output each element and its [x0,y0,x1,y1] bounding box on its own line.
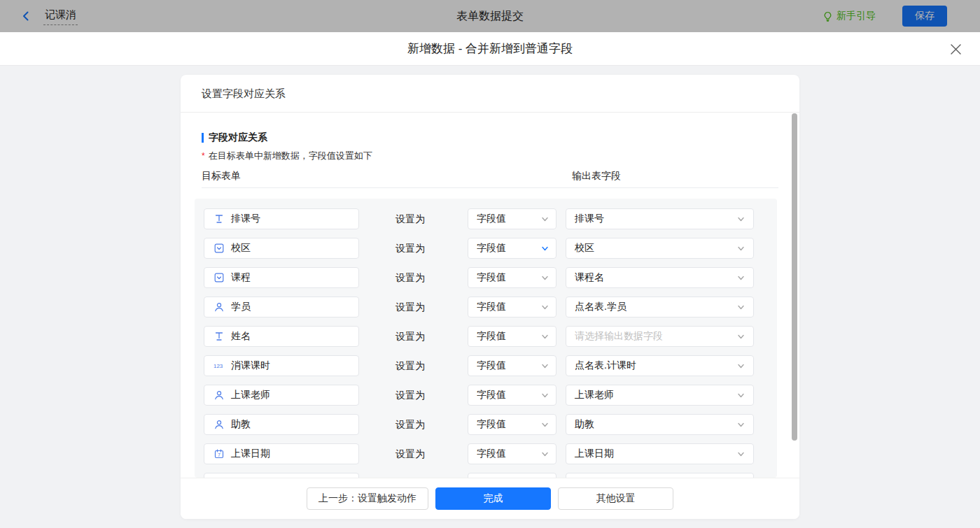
value-mode-select[interactable]: 字段值 [468,297,556,317]
output-field-select[interactable]: 点名表.计课时 [566,355,754,376]
select-field-icon [214,243,224,254]
person-field-icon [214,302,224,313]
mapping-row: 排课号设置为字段值排课号 [204,208,768,229]
mapping-row: 上课老师设置为字段值上课老师 [204,385,768,406]
value-mode-label: 字段值 [477,448,506,460]
person-field-icon [214,390,224,401]
done-button[interactable]: 完成 [435,487,551,510]
section-accent-bar [202,133,204,143]
output-field-label: 点名表.学员 [575,301,626,313]
output-field-select[interactable]: 请选择输出数据字段 [566,326,754,347]
value-mode-select[interactable]: 字段值 [468,267,556,288]
target-field-label: 姓名 [231,330,251,343]
output-field-label: 上课日期 [575,448,614,460]
target-field-label: 消课课时 [231,359,270,372]
target-field-box[interactable]: 课程 [204,267,359,288]
mapping-row: 助教设置为字段值助教 [204,414,768,435]
mapping-row: 123消课课时设置为字段值点名表.计课时 [204,355,768,376]
number-field-icon: 123 [214,361,224,371]
target-field-box[interactable] [204,473,359,478]
text-field-icon [214,331,224,342]
value-mode-select[interactable]: 字段值 [468,208,556,229]
value-mode-select[interactable]: 字段值 [468,414,556,435]
person-field-icon [214,420,224,430]
target-field-label: 排课号 [231,213,260,225]
output-field-label: 助教 [575,418,594,431]
modal-header: 新增数据 - 合并新增到普通字段 [0,32,980,66]
value-mode-label: 字段值 [477,213,506,225]
set-as-label: 设置为 [396,208,425,229]
output-field-select[interactable]: 助教 [566,414,754,435]
value-mode-label: 字段值 [477,301,506,313]
section-title: 字段对应关系 [202,131,267,144]
divider [202,187,778,188]
value-mode-select[interactable] [468,473,556,478]
set-as-label: 设置为 [396,267,425,288]
set-as-label: 设置为 [396,238,425,259]
value-mode-label: 字段值 [477,418,506,431]
scrollbar-thumb[interactable] [792,113,797,441]
target-field-label: 上课日期 [231,448,270,460]
target-field-box[interactable]: 校区 [204,238,359,259]
value-mode-select[interactable]: 字段值 [468,238,556,259]
target-field-box[interactable]: 123消课课时 [204,355,359,376]
mapping-panel: 设置字段对应关系 字段对应关系 *在目标表单中新增数据，字段值设置如下 目标表单… [181,75,799,519]
output-field-select[interactable]: 排课号 [566,208,754,229]
output-field-label: 校区 [575,242,594,255]
set-as-label: 设置为 [396,355,425,376]
output-field-label: 排课号 [575,213,604,225]
output-field-select[interactable]: 上课日期 [566,443,754,464]
output-field-select[interactable]: 点名表.学员 [566,297,754,317]
value-mode-label: 字段值 [477,271,506,284]
target-field-label: 校区 [231,242,251,255]
other-settings-button[interactable]: 其他设置 [558,487,673,510]
value-mode-label: 字段值 [477,242,506,255]
date-field-icon: 7 [214,449,224,459]
output-field-label: 点名表.计课时 [575,359,636,372]
target-field-label: 上课老师 [231,389,270,401]
mapping-row: 姓名设置为字段值请选择输出数据字段 [204,326,768,347]
mapping-row: 学员设置为字段值点名表.学员 [204,297,768,317]
topbar: 记课消 表单数据提交 新手引导 保存 [0,0,980,32]
output-field-select[interactable] [566,473,754,478]
output-field-select[interactable]: 课程名 [566,267,754,288]
section-note: *在目标表单中新增数据，字段值设置如下 [202,150,372,162]
target-field-box[interactable]: 7上课日期 [204,443,359,464]
modal-title: 新增数据 - 合并新增到普通字段 [0,32,980,66]
panel-title: 设置字段对应关系 [181,75,799,113]
value-mode-select[interactable]: 字段值 [468,326,556,347]
target-field-box[interactable]: 上课老师 [204,385,359,406]
mapping-row [204,473,768,478]
text-field-icon [214,214,224,224]
set-as-label: 设置为 [396,297,425,317]
target-field-box[interactable]: 姓名 [204,326,359,347]
select-field-icon [214,273,224,283]
output-field-label: 上课老师 [575,389,614,401]
value-mode-select[interactable]: 字段值 [468,385,556,406]
target-field-box[interactable]: 排课号 [204,208,359,229]
svg-text:7: 7 [218,452,220,457]
mapping-row: 7上课日期设置为字段值上课日期 [204,443,768,464]
target-field-label: 助教 [231,418,251,431]
panel-footer: 上一步：设置触发动作 完成 其他设置 [181,478,799,519]
field-mapping-list: 排课号设置为字段值排课号校区设置为字段值校区课程设置为字段值课程名学员设置为字段… [195,199,777,478]
prev-step-button[interactable]: 上一步：设置触发动作 [307,487,428,510]
column-header-output-fields: 输出表字段 [572,170,621,183]
target-field-box[interactable]: 学员 [204,297,359,317]
set-as-label: 设置为 [396,414,425,435]
value-mode-label: 字段值 [477,330,506,343]
target-field-box[interactable]: 助教 [204,414,359,435]
target-field-label: 课程 [231,271,251,284]
modal-body: 设置字段对应关系 字段对应关系 *在目标表单中新增数据，字段值设置如下 目标表单… [0,66,980,528]
output-field-select[interactable]: 校区 [566,238,754,259]
output-field-label: 课程名 [575,271,604,284]
set-as-label: 设置为 [396,443,425,464]
mapping-row: 校区设置为字段值校区 [204,238,768,259]
value-mode-select[interactable]: 字段值 [468,355,556,376]
output-field-select[interactable]: 上课老师 [566,385,754,406]
set-as-label: 设置为 [396,326,425,347]
close-icon[interactable] [948,42,962,56]
value-mode-select[interactable]: 字段值 [468,443,556,464]
mapping-row: 课程设置为字段值课程名 [204,267,768,288]
column-header-target-form: 目标表单 [202,170,241,183]
